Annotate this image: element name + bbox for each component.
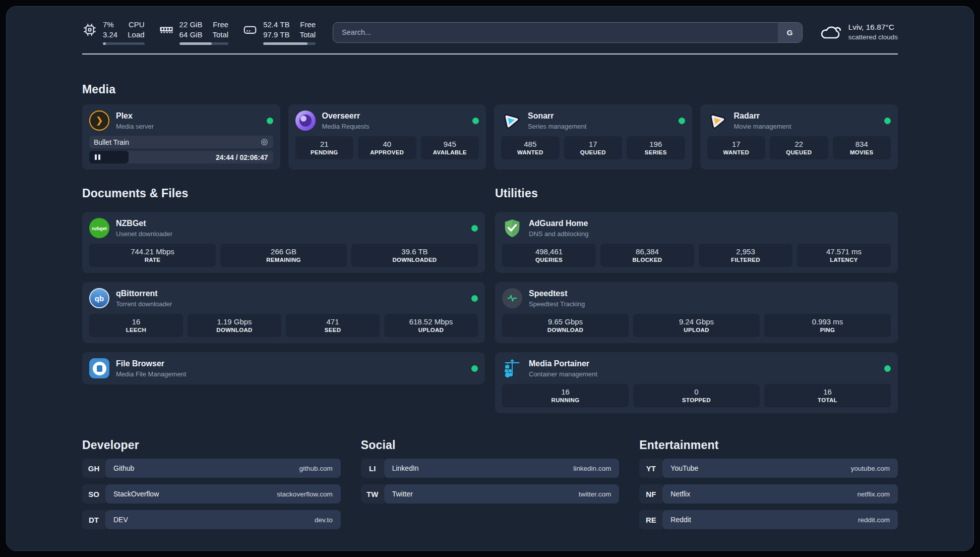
stat-box: 0STOPPED [633, 384, 760, 407]
status-dot [471, 225, 478, 232]
section-title-documents: Documents & Files [82, 187, 485, 200]
service-card-overseerr[interactable]: Overseerr Media Requests 21PENDING 40APP… [288, 104, 486, 170]
bookmark-bar: LinkedInlinkedin.com [384, 459, 620, 478]
status-dot [267, 118, 273, 124]
stat-label: WANTED [503, 149, 558, 155]
disk-widget: 52.4 TB Free 97.9 TB Total [242, 20, 316, 45]
stat-label: DOWNLOAD [190, 327, 279, 333]
stat-value: 22 [772, 140, 826, 148]
section-title-entertainment: Entertainment [639, 438, 898, 452]
stat-label: SERIES [629, 149, 683, 155]
disk-free-value: 52.4 TB [263, 20, 289, 30]
pause-icon [95, 154, 97, 160]
cpu-widget: 7% CPU 3.24 Load [82, 20, 145, 45]
search-engine-button[interactable]: G [778, 23, 802, 42]
stat-value: 0 [635, 387, 758, 396]
cpu-usage-value: 7% [103, 20, 117, 30]
service-card-qbittorrent[interactable]: qb qBittorrent Torrent downloader 16LEEC… [82, 282, 485, 343]
stat-box: 266 GBREMAINING [220, 244, 347, 267]
bookmark-youtube[interactable]: YT YouTubeyoutube.com [639, 459, 898, 478]
service-card-speedtest[interactable]: Speedtest Speedtest Tracking 9.65 GbpsDO… [495, 282, 898, 343]
stat-box: 22QUEUED [770, 136, 828, 159]
bookmark-reddit[interactable]: RE Redditreddit.com [639, 510, 898, 529]
bookmark-url: stackoverflow.com [277, 490, 332, 498]
stat-value: 618.52 Mbps [386, 317, 476, 326]
pulse-icon [506, 292, 518, 304]
memory-total-value: 64 GiB [179, 30, 203, 40]
service-card-portainer[interactable]: Media Portainer Container management 16R… [495, 352, 898, 413]
bookmark-name: Twitter [392, 490, 413, 498]
bookmark-bar: DEVdev.to [105, 510, 341, 529]
weather-location: Lviv, 16.87°C [848, 22, 898, 33]
stat-box: 47.571 msLATENCY [797, 244, 891, 267]
disk-total-value: 97.9 TB [263, 30, 289, 40]
service-name: Overseerr [322, 111, 370, 121]
stat-label: FILTERED [701, 257, 790, 263]
stat-label: RUNNING [504, 397, 627, 403]
nzbget-icon-text: nzbget [92, 226, 106, 231]
video-icon [260, 138, 269, 146]
status-dot [471, 295, 478, 302]
bookmark-dev[interactable]: DT DEVdev.to [82, 510, 341, 529]
stat-label: LEECH [91, 327, 181, 333]
speedtest-icon [502, 288, 522, 308]
service-card-nzbget[interactable]: nzbget NZBGet Usenet downloader 744.21 M… [82, 212, 485, 273]
stat-box: 16TOTAL [764, 384, 891, 407]
bookmark-abbr: YT [639, 459, 662, 478]
disk-total-label: Total [299, 30, 316, 40]
bookmark-stackoverflow[interactable]: SO StackOverflowstackoverflow.com [82, 484, 341, 504]
stat-value: 17 [709, 140, 764, 148]
stat-box: 471SEED [286, 314, 380, 337]
bookmark-group-social: Social LI LinkedInlinkedin.com TW Twitte… [361, 438, 620, 504]
overseerr-eye [299, 115, 312, 127]
sonarr-icon [499, 108, 523, 132]
disk-progress-bar [263, 42, 316, 45]
stat-box: 40APPROVED [358, 136, 416, 159]
stat-label: UPLOAD [386, 327, 476, 333]
bookmark-url: dev.to [315, 516, 333, 524]
bookmark-name: YouTube [670, 464, 698, 472]
stat-label: REMAINING [222, 257, 345, 263]
section-title-media: Media [82, 83, 898, 96]
stat-value: 21 [297, 140, 352, 148]
stat-label: DOWNLOAD [504, 327, 627, 333]
stat-box: 945AVAILABLE [421, 136, 479, 159]
bookmark-linkedin[interactable]: LI LinkedInlinkedin.com [361, 459, 620, 478]
bookmark-name: LinkedIn [392, 464, 419, 472]
service-card-plex[interactable]: ❯ Plex Media server Bullet Train [82, 104, 280, 170]
bookmark-twitter[interactable]: TW Twittertwitter.com [361, 484, 620, 504]
bookmark-name: Github [113, 464, 134, 472]
service-description: Container management [529, 370, 597, 378]
search-bar: G [333, 22, 803, 43]
service-name: Media Portainer [529, 359, 597, 368]
bookmark-url: twitter.com [579, 490, 611, 498]
adguard-icon [502, 218, 522, 238]
stat-value: 1.19 Gbps [190, 317, 279, 326]
status-dot [679, 118, 685, 124]
filebrowser-circle [93, 362, 106, 375]
service-name: AdGuard Home [529, 218, 589, 228]
pause-button[interactable] [89, 151, 129, 163]
service-card-adguard[interactable]: AdGuard Home DNS and adblocking 498,461Q… [495, 212, 898, 273]
stat-value: 16 [504, 387, 627, 396]
stat-value: 16 [91, 317, 181, 326]
service-name: Speedtest [529, 289, 585, 298]
section-title-utilities: Utilities [495, 187, 898, 200]
stat-value: 86,384 [602, 247, 692, 256]
bookmark-bar: YouTubeyoutube.com [662, 459, 898, 478]
service-name: Sonarr [528, 111, 586, 121]
stat-box: 17QUEUED [564, 136, 623, 159]
service-card-sonarr[interactable]: Sonarr Series management 485WANTED 17QUE… [494, 104, 692, 170]
search-input[interactable] [333, 23, 778, 42]
section-utilities: Utilities AdGuard Home DNS and adblockin… [495, 187, 898, 413]
bookmark-group-developer: Developer GH Githubgithub.com SO StackOv… [82, 438, 341, 529]
stat-label: TOTAL [766, 397, 889, 403]
service-description: Usenet downloader [116, 230, 172, 238]
now-playing-title: Bullet Train [94, 138, 129, 146]
bookmark-netflix[interactable]: NF Netflixnetflix.com [639, 484, 898, 504]
status-dot [472, 118, 479, 124]
stat-label: MOVIES [835, 149, 889, 155]
bookmark-github[interactable]: GH Githubgithub.com [82, 459, 341, 478]
service-card-radarr[interactable]: Radarr Movie management 17WANTED 22QUEUE… [700, 104, 898, 170]
service-card-filebrowser[interactable]: File Browser Media File Management [82, 352, 485, 384]
